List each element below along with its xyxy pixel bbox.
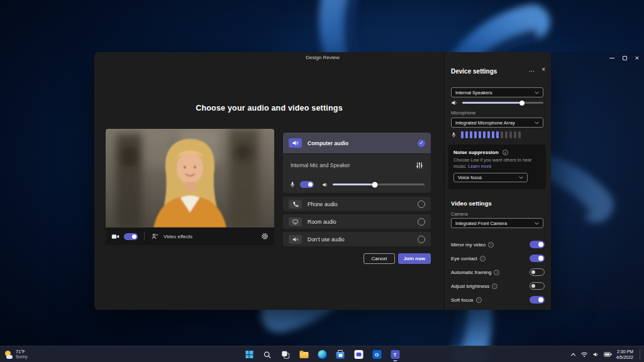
close-icon[interactable]: ×	[635, 55, 639, 61]
taskbar-clock[interactable]: 2:30 PM 4/5/2022	[616, 349, 633, 360]
soft-focus-row: Soft focus	[451, 295, 545, 304]
weather-temperature: 71°F	[16, 349, 27, 354]
edge-button[interactable]	[316, 348, 329, 361]
mirror-my-video-toggle[interactable]	[530, 241, 545, 248]
store-icon	[336, 352, 345, 359]
panel-close-icon[interactable]: ×	[541, 66, 545, 73]
noise-suppression-title: Noise suppression	[453, 150, 499, 155]
computer-audio-option[interactable]: Computer audio ✓	[283, 133, 431, 153]
battery-icon[interactable]	[604, 352, 612, 357]
noise-suppression-description: Choose Low if you want others to hear mu…	[453, 157, 541, 170]
slider-fill	[462, 102, 522, 104]
phone-audio-label: Phone audio	[308, 201, 338, 207]
weather-sunny-icon	[4, 351, 13, 359]
start-button[interactable]	[243, 348, 256, 361]
room-audio-option[interactable]: Room audio	[283, 214, 431, 229]
phone-audio-radio[interactable]	[418, 200, 425, 208]
no-audio-option[interactable]: Don't use audio	[283, 232, 431, 246]
phone-icon	[289, 200, 302, 209]
device-settings-panel: Device settings … × Internal Speakers	[444, 52, 551, 310]
toggle-label: Eye contact	[451, 256, 477, 261]
speaker-icon	[289, 138, 302, 148]
teams-icon: T	[391, 350, 399, 359]
soft-focus-toggle[interactable]	[530, 296, 545, 304]
more-options-icon[interactable]: …	[528, 66, 535, 73]
noise-description-text: Choose Low if you want others to hear mu…	[453, 157, 532, 169]
computer-audio-label: Computer audio	[308, 140, 348, 146]
chevron-down-icon	[535, 91, 539, 94]
hidden-icons-chevron-icon[interactable]	[570, 353, 576, 356]
noise-suppression-dropdown[interactable]: Voice focus	[453, 173, 528, 182]
phone-audio-option[interactable]: Phone audio	[283, 197, 431, 211]
toggle-label: Soft focus	[451, 297, 474, 303]
store-button[interactable]	[334, 348, 347, 361]
search-button[interactable]	[261, 348, 274, 361]
system-tray: 2:30 PM 4/5/2022	[570, 346, 640, 362]
info-icon[interactable]	[476, 297, 482, 303]
noise-dropdown-value: Voice focus	[458, 175, 482, 180]
panel-actions: … ×	[528, 66, 545, 73]
divider	[144, 232, 145, 241]
camera-dropdown[interactable]: Integrated Front Camera	[451, 218, 543, 228]
outlook-button[interactable]: O	[370, 348, 384, 361]
slider-thumb[interactable]	[519, 101, 525, 106]
camera-toggle[interactable]	[124, 233, 138, 240]
speaker-dropdown[interactable]: Internal Speakers	[451, 87, 543, 97]
microphone-dropdown[interactable]: Integrated Microphone Array	[451, 118, 543, 128]
slider-fill	[333, 184, 375, 185]
video-effects-icon	[151, 233, 159, 240]
device-settings-sliders-icon[interactable]	[416, 162, 423, 169]
wifi-icon[interactable]	[580, 351, 588, 358]
audio-device-label: Internal Mic and Speaker	[291, 162, 350, 168]
room-audio-radio[interactable]	[418, 218, 425, 226]
prejoin-heading: Choose your audio and video settings	[94, 104, 444, 112]
info-icon[interactable]	[494, 270, 499, 275]
learn-more-link[interactable]: Learn more	[468, 163, 491, 169]
audio-device-row[interactable]: Internal Mic and Speaker	[283, 153, 431, 176]
computer-audio-radio[interactable]: ✓	[418, 140, 425, 147]
camera-preview-image	[106, 129, 274, 228]
search-icon	[264, 351, 272, 359]
slider-thumb[interactable]	[372, 182, 378, 187]
automatic-framing-toggle[interactable]	[530, 268, 545, 276]
room-audio-icon	[289, 217, 302, 226]
teams-button[interactable]: T	[389, 348, 402, 361]
maximize-icon[interactable]	[623, 56, 627, 60]
volume-icon	[322, 182, 328, 188]
camera-dropdown-value: Integrated Front Camera	[455, 221, 507, 226]
info-icon[interactable]	[492, 283, 497, 289]
toggle-label: Automatic framing	[451, 270, 491, 275]
speaker-volume-slider[interactable]	[462, 102, 543, 104]
eye-contact-row: Eye contact	[451, 254, 545, 263]
outlook-icon: O	[372, 350, 381, 359]
clock-time: 2:30 PM	[617, 349, 633, 354]
mic-volume-slider[interactable]	[333, 184, 425, 185]
mirror-my-video-row: Mirror my video	[451, 240, 545, 249]
eye-contact-toggle[interactable]	[530, 255, 545, 262]
folder-icon	[299, 352, 308, 358]
video-settings-gear-icon[interactable]	[261, 233, 269, 240]
mic-toggle[interactable]	[300, 181, 314, 188]
task-view-button[interactable]	[279, 348, 292, 361]
volume-icon[interactable]	[592, 351, 599, 358]
adjust-brightness-toggle[interactable]	[530, 282, 545, 290]
room-audio-label: Room audio	[308, 219, 336, 225]
file-explorer-button[interactable]	[297, 348, 311, 361]
info-icon[interactable]	[488, 242, 494, 248]
info-icon[interactable]	[502, 150, 508, 155]
task-view-icon	[282, 351, 290, 359]
chat-icon	[354, 350, 363, 359]
no-audio-radio[interactable]	[418, 236, 425, 243]
toggle-label: Adjust brightness	[451, 283, 489, 289]
video-controls-bar: Video effects	[106, 228, 274, 245]
weather-widget[interactable]: 71°F Sunny	[4, 346, 27, 362]
join-now-button[interactable]: Join now	[398, 253, 431, 264]
video-effects-button[interactable]: Video effects	[164, 234, 192, 239]
info-icon[interactable]	[480, 256, 486, 261]
mic-icon	[451, 131, 457, 138]
video-preview-card: Video effects	[106, 129, 274, 245]
cancel-button[interactable]: Cancel	[364, 253, 395, 264]
chat-button[interactable]	[352, 348, 365, 361]
minimize-icon[interactable]	[609, 58, 614, 58]
show-desktop-button[interactable]	[640, 349, 640, 359]
